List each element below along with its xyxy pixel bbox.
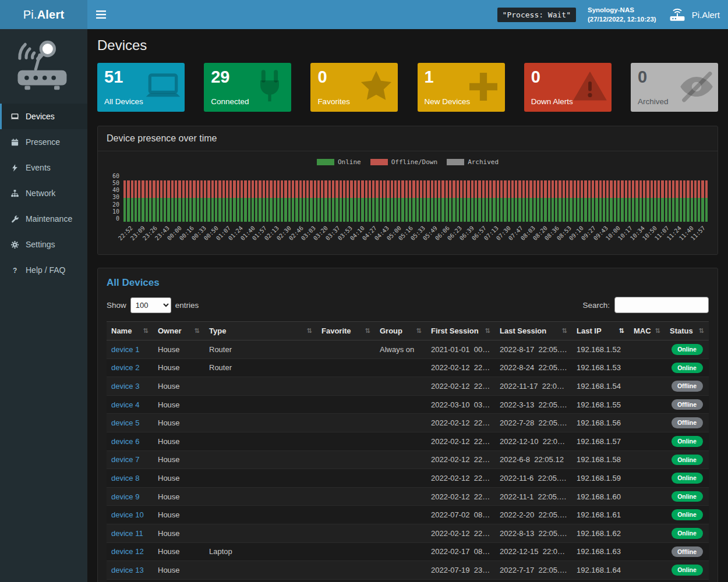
chart-bar[interactable]	[178, 173, 181, 222]
chart-bar[interactable]	[588, 173, 591, 222]
chart-bar[interactable]	[335, 173, 338, 222]
column-header-last-session[interactable]: Last Session⇅	[495, 322, 572, 340]
chart-bar[interactable]	[646, 173, 649, 222]
chart-bar[interactable]	[127, 173, 129, 222]
column-header-name[interactable]: Name⇅	[107, 322, 153, 340]
sidebar-item-network[interactable]: Network	[0, 180, 87, 206]
chart-bar[interactable]	[237, 173, 239, 222]
app-logo[interactable]: Pi.Alert	[0, 0, 87, 29]
chart-bar[interactable]	[274, 173, 276, 222]
device-name-link[interactable]: device 4	[111, 400, 139, 409]
chart-bar[interactable]	[599, 173, 602, 222]
chart-bar[interactable]	[244, 173, 246, 222]
chart-bar[interactable]	[226, 173, 228, 222]
chart-bar[interactable]	[544, 173, 546, 222]
chart-bar[interactable]	[189, 173, 192, 222]
chart-bar[interactable]	[207, 173, 210, 222]
info-box-connected[interactable]: 29Connected	[204, 63, 291, 112]
chart-bar[interactable]	[504, 173, 506, 222]
chart-bar[interactable]	[391, 173, 393, 222]
chart-bar[interactable]	[387, 173, 389, 222]
chart-bar[interactable]	[350, 173, 352, 222]
chart-bar[interactable]	[449, 173, 451, 222]
chart-bar[interactable]	[369, 173, 371, 222]
chart-bar[interactable]	[672, 173, 674, 222]
chart-bar[interactable]	[427, 173, 429, 222]
chart-bar[interactable]	[270, 173, 272, 222]
sidebar-item-maintenance[interactable]: Maintenance	[0, 206, 87, 232]
chart-bar[interactable]	[263, 173, 265, 222]
search-input[interactable]	[614, 297, 709, 313]
chart-bar[interactable]	[500, 173, 503, 222]
chart-bar[interactable]	[405, 173, 408, 222]
chart-bar[interactable]	[292, 173, 294, 222]
chart-bar[interactable]	[595, 173, 598, 222]
chart-bar[interactable]	[508, 173, 510, 222]
chart-bar[interactable]	[617, 173, 620, 222]
chart-bar[interactable]	[515, 173, 517, 222]
chart-bar[interactable]	[215, 173, 217, 222]
chart-bar[interactable]	[529, 173, 532, 222]
chart-bar[interactable]	[317, 173, 320, 222]
device-name-link[interactable]: device 6	[111, 437, 139, 446]
chart-bar[interactable]	[658, 173, 660, 222]
chart-bar[interactable]	[475, 173, 477, 222]
chart-bar[interactable]	[288, 173, 291, 222]
chart-bar[interactable]	[138, 173, 140, 222]
chart-bar[interactable]	[340, 173, 342, 222]
chart-bar[interactable]	[324, 173, 327, 222]
chart-bar[interactable]	[171, 173, 174, 222]
chart-bar[interactable]	[614, 173, 616, 222]
chart-bar[interactable]	[632, 173, 634, 222]
column-header-mac[interactable]: MAC⇅	[629, 322, 665, 340]
chart-bar[interactable]	[680, 173, 682, 222]
chart-bar[interactable]	[281, 173, 283, 222]
chart-bar[interactable]	[157, 173, 159, 222]
chart-bar[interactable]	[683, 173, 685, 222]
chart-bar[interactable]	[566, 173, 568, 222]
chart-bar[interactable]	[540, 173, 543, 222]
chart-bar[interactable]	[698, 173, 700, 222]
chart-bar[interactable]	[548, 173, 550, 222]
chart-bar[interactable]	[563, 173, 565, 222]
chart-bar[interactable]	[574, 173, 576, 222]
chart-bar[interactable]	[233, 173, 235, 222]
device-name-link[interactable]: device 13	[111, 566, 144, 574]
chart-bar[interactable]	[299, 173, 302, 222]
column-header-group[interactable]: Group⇅	[375, 322, 426, 340]
chart-bar[interactable]	[376, 173, 378, 222]
chart-bar[interactable]	[277, 173, 280, 222]
chart-bar[interactable]	[694, 173, 697, 222]
chart-bar[interactable]	[160, 173, 162, 222]
chart-bar[interactable]	[343, 173, 345, 222]
device-name-link[interactable]: device 11	[111, 529, 143, 538]
chart-bar[interactable]	[241, 173, 243, 222]
chart-bar[interactable]	[559, 173, 561, 222]
column-header-favorite[interactable]: Favorite⇅	[317, 322, 375, 340]
chart-bar[interactable]	[467, 173, 469, 222]
info-box-all-devices[interactable]: 51All Devices	[97, 63, 185, 112]
chart-bar[interactable]	[610, 173, 612, 222]
chart-bar[interactable]	[135, 173, 137, 222]
chart-bar[interactable]	[552, 173, 554, 222]
column-header-last-ip[interactable]: Last IP⇅	[572, 322, 629, 340]
chart-bar[interactable]	[416, 173, 419, 222]
chart-bar[interactable]	[577, 173, 579, 222]
chart-bar[interactable]	[295, 173, 298, 222]
chart-bar[interactable]	[511, 173, 514, 222]
chart-bar[interactable]	[394, 173, 397, 222]
info-box-archived[interactable]: 0Archived	[631, 63, 718, 112]
chart-bar[interactable]	[182, 173, 185, 222]
chart-bar[interactable]	[526, 173, 528, 222]
chart-bar[interactable]	[175, 173, 177, 222]
chart-bar[interactable]	[420, 173, 422, 222]
chart-bar[interactable]	[383, 173, 386, 222]
sidebar-item-help-faq[interactable]: ?Help / FAQ	[0, 257, 87, 283]
device-name-link[interactable]: device 1	[111, 345, 139, 354]
chart-bar[interactable]	[193, 173, 195, 222]
device-name-link[interactable]: device 2	[111, 363, 139, 372]
chart-bar[interactable]	[453, 173, 455, 222]
chart-bar[interactable]	[328, 173, 331, 222]
chart-bar[interactable]	[581, 173, 583, 222]
chart-bar[interactable]	[592, 173, 594, 222]
